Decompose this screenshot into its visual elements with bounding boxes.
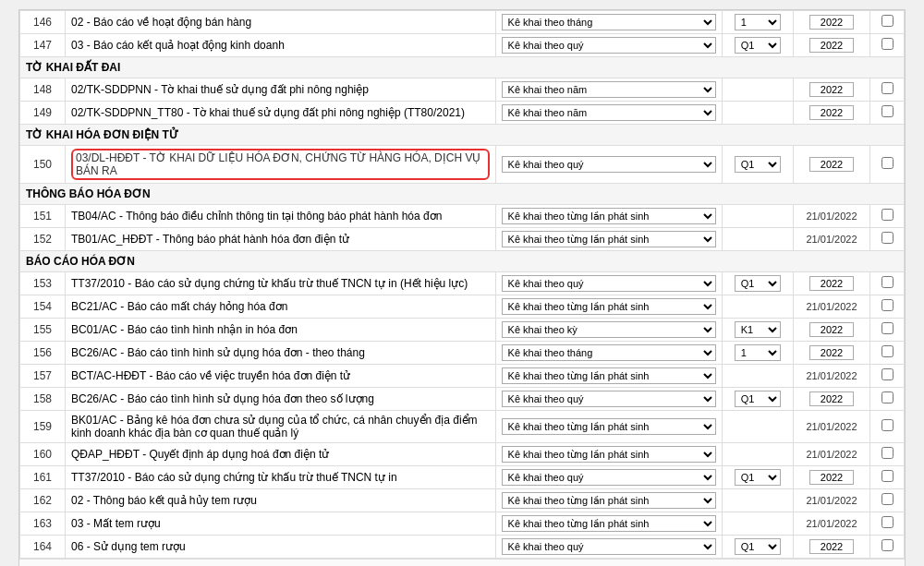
checkbox-cell[interactable] xyxy=(870,466,905,489)
frequency-select[interactable]: Kê khai theo thángKê khai theo quýKê kha… xyxy=(502,344,716,361)
frequency-select[interactable]: Kê khai theo thángKê khai theo quýKê kha… xyxy=(502,492,716,509)
checkbox-cell[interactable] xyxy=(870,342,905,365)
year-cell[interactable] xyxy=(793,342,869,365)
year-cell[interactable] xyxy=(793,102,869,125)
row-checkbox[interactable] xyxy=(881,345,894,357)
checkbox-cell[interactable] xyxy=(870,146,905,184)
year-input[interactable] xyxy=(809,276,854,291)
row-checkbox[interactable] xyxy=(881,276,894,288)
frequency-cell[interactable]: Kê khai theo thángKê khai theo quýKê kha… xyxy=(495,536,722,559)
row-checkbox[interactable] xyxy=(881,105,894,117)
period-cell[interactable]: Q1Q2Q3Q4 xyxy=(722,388,793,411)
period-cell[interactable]: Q1Q2Q3Q4 xyxy=(722,466,793,489)
year-cell[interactable] xyxy=(793,388,869,411)
checkbox-cell[interactable] xyxy=(870,489,905,512)
period-cell[interactable]: 123456789101112 xyxy=(722,342,793,365)
row-checkbox[interactable] xyxy=(881,391,894,403)
year-cell[interactable] xyxy=(793,146,869,184)
frequency-select[interactable]: Kê khai theo thángKê khai theo quýKê kha… xyxy=(502,156,716,173)
quarter-select[interactable]: Q1Q2Q3Q4 xyxy=(735,37,781,54)
frequency-select[interactable]: Kê khai theo thángKê khai theo quýKê kha… xyxy=(502,446,716,463)
frequency-cell[interactable]: Kê khai theo thángKê khai theo quýKê kha… xyxy=(495,272,722,295)
month-select[interactable]: 123456789101112 xyxy=(735,14,781,30)
frequency-select[interactable]: Kê khai theo thángKê khai theo quýKê kha… xyxy=(502,321,716,338)
year-cell[interactable] xyxy=(793,272,869,295)
frequency-cell[interactable]: Kê khai theo thángKê khai theo quýKê kha… xyxy=(495,205,722,228)
checkbox-cell[interactable] xyxy=(870,11,905,34)
row-checkbox[interactable] xyxy=(881,82,894,94)
year-input[interactable] xyxy=(809,470,854,485)
frequency-select[interactable]: Kê khai theo thángKê khai theo quýKê kha… xyxy=(502,81,716,98)
row-checkbox[interactable] xyxy=(881,447,894,459)
frequency-cell[interactable]: Kê khai theo thángKê khai theo quýKê kha… xyxy=(495,11,722,34)
row-checkbox[interactable] xyxy=(881,209,894,221)
frequency-cell[interactable]: Kê khai theo thángKê khai theo quýKê kha… xyxy=(495,102,722,125)
frequency-select[interactable]: Kê khai theo thángKê khai theo quýKê kha… xyxy=(502,14,716,30)
year-input[interactable] xyxy=(809,322,854,337)
frequency-cell[interactable]: Kê khai theo thángKê khai theo quýKê kha… xyxy=(495,146,722,184)
frequency-select[interactable]: Kê khai theo thángKê khai theo quýKê kha… xyxy=(502,367,716,384)
frequency-select[interactable]: Kê khai theo thángKê khai theo quýKê kha… xyxy=(502,231,716,247)
year-cell[interactable] xyxy=(793,11,869,34)
frequency-select[interactable]: Kê khai theo thángKê khai theo quýKê kha… xyxy=(502,469,716,486)
frequency-select[interactable]: Kê khai theo thángKê khai theo quýKê kha… xyxy=(502,37,716,54)
row-checkbox[interactable] xyxy=(881,470,894,482)
frequency-select[interactable]: Kê khai theo thángKê khai theo quýKê kha… xyxy=(502,298,716,315)
checkbox-cell[interactable] xyxy=(870,388,905,411)
frequency-select[interactable]: Kê khai theo thángKê khai theo quýKê kha… xyxy=(502,104,716,121)
period-cell[interactable]: Q1Q2Q3Q4 xyxy=(722,146,793,184)
checkbox-cell[interactable] xyxy=(870,512,905,536)
frequency-cell[interactable]: Kê khai theo thángKê khai theo quýKê kha… xyxy=(495,228,722,251)
year-input[interactable] xyxy=(809,15,854,30)
row-checkbox[interactable] xyxy=(881,232,894,244)
quarter-select[interactable]: Q1Q2Q3Q4 xyxy=(735,391,781,407)
year-cell[interactable] xyxy=(793,78,869,102)
period-cell[interactable]: 123456789101112 xyxy=(722,11,793,34)
frequency-cell[interactable]: Kê khai theo thángKê khai theo quýKê kha… xyxy=(495,365,722,388)
frequency-cell[interactable]: Kê khai theo thángKê khai theo quýKê kha… xyxy=(495,295,722,319)
year-cell[interactable] xyxy=(793,536,869,559)
quarter-select[interactable]: Q1Q2Q3Q4 xyxy=(735,275,781,292)
frequency-select[interactable]: Kê khai theo thángKê khai theo quýKê kha… xyxy=(502,208,716,224)
quarter-select[interactable]: Q1Q2Q3Q4 xyxy=(735,469,781,486)
year-cell[interactable] xyxy=(793,319,869,342)
quarter-select[interactable]: Q1Q2Q3Q4 xyxy=(735,538,781,555)
row-checkbox[interactable] xyxy=(881,15,894,27)
checkbox-cell[interactable] xyxy=(870,34,905,57)
frequency-cell[interactable]: Kê khai theo thángKê khai theo quýKê kha… xyxy=(495,489,722,512)
frequency-cell[interactable]: Kê khai theo thángKê khai theo quýKê kha… xyxy=(495,466,722,489)
checkbox-cell[interactable] xyxy=(870,228,905,251)
ky-select[interactable]: K1K2 xyxy=(735,321,781,338)
year-input[interactable] xyxy=(809,539,854,554)
checkbox-cell[interactable] xyxy=(870,365,905,388)
frequency-select[interactable]: Kê khai theo thángKê khai theo quýKê kha… xyxy=(502,418,716,435)
period-cell[interactable]: Q1Q2Q3Q4 xyxy=(722,34,793,57)
row-checkbox[interactable] xyxy=(881,516,894,528)
period-cell[interactable]: K1K2 xyxy=(722,319,793,342)
frequency-cell[interactable]: Kê khai theo thángKê khai theo quýKê kha… xyxy=(495,411,722,443)
frequency-select[interactable]: Kê khai theo thángKê khai theo quýKê kha… xyxy=(502,391,716,407)
month-select[interactable]: 123456789101112 xyxy=(735,344,781,361)
row-checkbox[interactable] xyxy=(881,157,894,169)
year-input[interactable] xyxy=(809,345,854,360)
row-checkbox[interactable] xyxy=(881,493,894,505)
frequency-cell[interactable]: Kê khai theo thángKê khai theo quýKê kha… xyxy=(495,512,722,536)
frequency-select[interactable]: Kê khai theo thángKê khai theo quýKê kha… xyxy=(502,538,716,555)
year-input[interactable] xyxy=(809,391,854,406)
row-checkbox[interactable] xyxy=(881,322,894,334)
year-input[interactable] xyxy=(809,82,854,97)
frequency-cell[interactable]: Kê khai theo thángKê khai theo quýKê kha… xyxy=(495,78,722,102)
checkbox-cell[interactable] xyxy=(870,443,905,466)
frequency-cell[interactable]: Kê khai theo thángKê khai theo quýKê kha… xyxy=(495,388,722,411)
checkbox-cell[interactable] xyxy=(870,102,905,125)
period-cell[interactable]: Q1Q2Q3Q4 xyxy=(722,536,793,559)
checkbox-cell[interactable] xyxy=(870,319,905,342)
frequency-cell[interactable]: Kê khai theo thángKê khai theo quýKê kha… xyxy=(495,342,722,365)
checkbox-cell[interactable] xyxy=(870,295,905,319)
year-cell[interactable] xyxy=(793,34,869,57)
year-input[interactable] xyxy=(809,38,854,53)
frequency-cell[interactable]: Kê khai theo thángKê khai theo quýKê kha… xyxy=(495,443,722,466)
quarter-select[interactable]: Q1Q2Q3Q4 xyxy=(735,156,781,173)
year-input[interactable] xyxy=(809,105,854,120)
year-input[interactable] xyxy=(809,157,854,172)
